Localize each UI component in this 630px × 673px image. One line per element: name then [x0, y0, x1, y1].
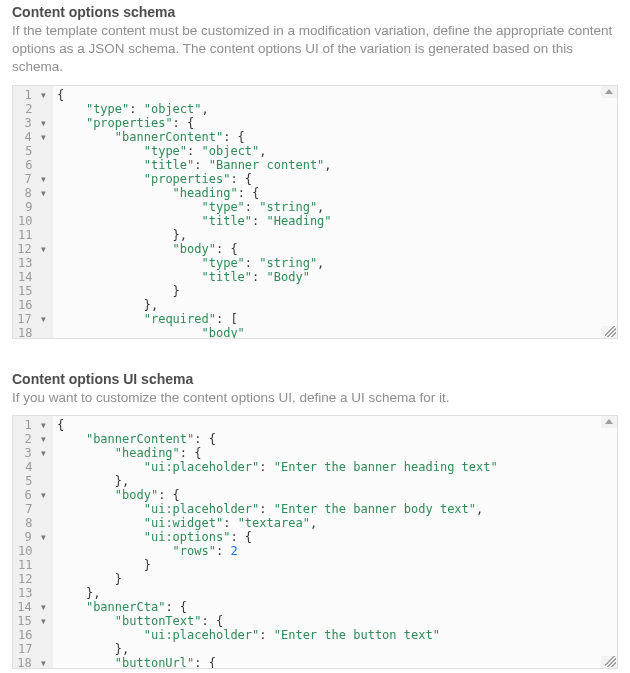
code-line[interactable]: "buttonUrl": { [57, 656, 613, 668]
gutter-line: 8 [17, 516, 47, 530]
code-line[interactable]: "properties": { [57, 172, 613, 186]
editor-code[interactable]: { "bannerContent": { "heading": { "ui:pl… [53, 416, 617, 668]
gutter-line: 9 ▾ [17, 530, 47, 544]
code-line[interactable]: { [57, 88, 613, 102]
gutter-line: 11 [17, 228, 47, 242]
fold-toggle-icon[interactable]: ▾ [39, 600, 47, 614]
gutter-line: 18 [17, 326, 47, 338]
fold-toggle-icon[interactable]: ▾ [39, 432, 47, 446]
gutter-line: 18 ▾ [17, 656, 47, 668]
code-line[interactable]: }, [57, 586, 613, 600]
code-line[interactable]: } [57, 284, 613, 298]
fold-toggle-icon[interactable]: ▾ [39, 418, 47, 432]
code-line[interactable]: }, [57, 228, 613, 242]
code-line[interactable]: } [57, 572, 613, 586]
gutter-line: 12 [17, 572, 47, 586]
gutter-line: 7 [17, 502, 47, 516]
fold-toggle-icon[interactable]: ▾ [39, 312, 47, 326]
gutter-line: 3 ▾ [17, 446, 47, 460]
scroll-up-button[interactable] [601, 86, 617, 98]
fold-toggle-icon[interactable]: ▾ [39, 614, 47, 628]
scroll-up-button[interactable] [601, 416, 617, 428]
section-schema: Content options schemaIf the template co… [12, 4, 618, 339]
code-line[interactable]: "heading": { [57, 446, 613, 460]
fold-toggle-icon[interactable]: ▾ [39, 172, 47, 186]
section-title: Content options schema [12, 4, 618, 20]
gutter-line: 14 [17, 270, 47, 284]
gutter-line: 4 [17, 460, 47, 474]
gutter-line: 6 [17, 158, 47, 172]
editor-code[interactable]: { "type": "object", "properties": { "ban… [53, 86, 617, 338]
code-line[interactable]: "heading": { [57, 186, 613, 200]
code-line[interactable]: "rows": 2 [57, 544, 613, 558]
gutter-line: 9 [17, 200, 47, 214]
fold-toggle-icon[interactable]: ▾ [39, 446, 47, 460]
gutter-line: 11 [17, 558, 47, 572]
code-line[interactable]: "title": "Banner content", [57, 158, 613, 172]
section-description: If the template content must be customiz… [12, 22, 618, 77]
code-line[interactable]: "bannerCta": { [57, 600, 613, 614]
code-line[interactable]: "body" [57, 326, 613, 338]
code-line[interactable]: "required": [ [57, 312, 613, 326]
code-editor[interactable]: 1 ▾ 2 3 ▾ 4 ▾ 5 6 7 ▾ 8 ▾ 9 10 11 12 ▾13… [12, 85, 618, 339]
gutter-line: 1 ▾ [17, 418, 47, 432]
section-ui-schema: Content options UI schemaIf you want to … [12, 371, 618, 669]
code-line[interactable]: }, [57, 642, 613, 656]
gutter-line: 10 [17, 544, 47, 558]
section-title: Content options UI schema [12, 371, 618, 387]
code-line[interactable]: "bannerContent": { [57, 130, 613, 144]
fold-toggle-icon[interactable]: ▾ [39, 530, 47, 544]
gutter-line: 17 [17, 642, 47, 656]
code-line[interactable]: "ui:placeholder": "Enter the banner body… [57, 502, 613, 516]
fold-toggle-icon[interactable]: ▾ [39, 488, 47, 502]
gutter-line: 1 ▾ [17, 88, 47, 102]
editor-gutter: 1 ▾ 2 3 ▾ 4 ▾ 5 6 7 ▾ 8 ▾ 9 10 11 12 ▾13… [13, 86, 53, 338]
gutter-line: 16 [17, 298, 47, 312]
code-line[interactable]: "type": "string", [57, 200, 613, 214]
gutter-line: 2 ▾ [17, 432, 47, 446]
code-line[interactable]: "ui:placeholder": "Enter the banner head… [57, 460, 613, 474]
code-line[interactable]: "title": "Body" [57, 270, 613, 284]
gutter-line: 6 ▾ [17, 488, 47, 502]
code-line[interactable]: } [57, 558, 613, 572]
code-line[interactable]: "type": "object", [57, 144, 613, 158]
gutter-line: 7 ▾ [17, 172, 47, 186]
fold-toggle-icon[interactable]: ▾ [39, 656, 47, 668]
gutter-line: 2 [17, 102, 47, 116]
code-line[interactable]: "properties": { [57, 116, 613, 130]
code-line[interactable]: "ui:widget": "textarea", [57, 516, 613, 530]
chevron-up-icon [605, 419, 613, 424]
fold-toggle-icon[interactable]: ▾ [39, 116, 47, 130]
code-line[interactable]: "body": { [57, 242, 613, 256]
gutter-line: 15 ▾ [17, 614, 47, 628]
gutter-line: 17 ▾ [17, 312, 47, 326]
gutter-line: 8 ▾ [17, 186, 47, 200]
editor-gutter: 1 ▾ 2 ▾ 3 ▾ 4 5 6 ▾ 7 8 9 ▾10 11 12 13 1… [13, 416, 53, 668]
code-line[interactable]: "ui:options": { [57, 530, 613, 544]
gutter-line: 14 ▾ [17, 600, 47, 614]
gutter-line: 15 [17, 284, 47, 298]
code-line[interactable]: "body": { [57, 488, 613, 502]
fold-toggle-icon[interactable]: ▾ [39, 130, 47, 144]
code-line[interactable]: "type": "string", [57, 256, 613, 270]
gutter-line: 16 [17, 628, 47, 642]
code-line[interactable]: "buttonText": { [57, 614, 613, 628]
gutter-line: 10 [17, 214, 47, 228]
resize-grip-icon[interactable] [605, 656, 616, 667]
code-line[interactable]: "title": "Heading" [57, 214, 613, 228]
code-line[interactable]: "ui:placeholder": "Enter the button text… [57, 628, 613, 642]
gutter-line: 3 ▾ [17, 116, 47, 130]
fold-toggle-icon[interactable]: ▾ [39, 88, 47, 102]
code-line[interactable]: "type": "object", [57, 102, 613, 116]
code-line[interactable]: }, [57, 298, 613, 312]
resize-grip-icon[interactable] [605, 326, 616, 337]
code-line[interactable]: { [57, 418, 613, 432]
fold-toggle-icon[interactable]: ▾ [39, 186, 47, 200]
gutter-line: 5 [17, 474, 47, 488]
fold-toggle-icon[interactable]: ▾ [39, 242, 47, 256]
code-line[interactable]: "bannerContent": { [57, 432, 613, 446]
code-editor[interactable]: 1 ▾ 2 ▾ 3 ▾ 4 5 6 ▾ 7 8 9 ▾10 11 12 13 1… [12, 415, 618, 669]
gutter-line: 5 [17, 144, 47, 158]
gutter-line: 13 [17, 256, 47, 270]
code-line[interactable]: }, [57, 474, 613, 488]
